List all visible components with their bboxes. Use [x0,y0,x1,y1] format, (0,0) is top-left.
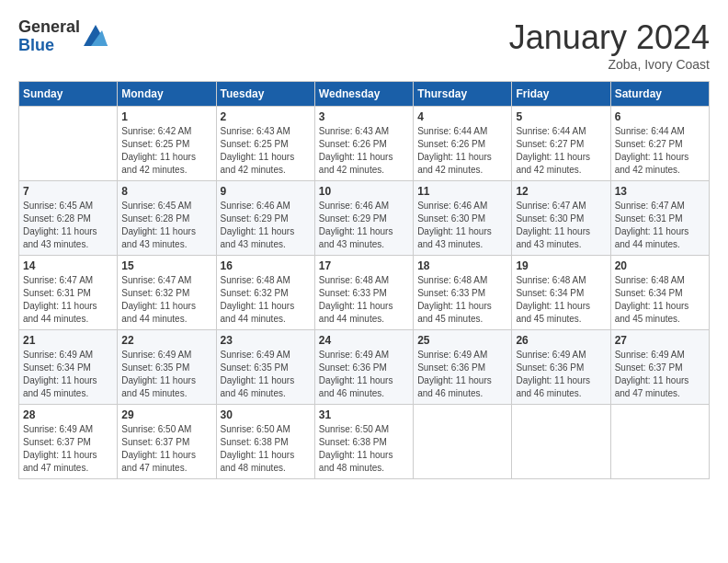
calendar-cell: 28Sunrise: 6:49 AM Sunset: 6:37 PM Dayli… [19,405,118,479]
day-info: Sunrise: 6:48 AM Sunset: 6:33 PM Dayligh… [319,274,409,326]
calendar-cell: 16Sunrise: 6:48 AM Sunset: 6:32 PM Dayli… [216,256,314,330]
day-info: Sunrise: 6:48 AM Sunset: 6:32 PM Dayligh… [221,274,311,326]
day-number: 8 [121,185,211,198]
calendar-cell: 18Sunrise: 6:48 AM Sunset: 6:33 PM Dayli… [414,256,512,330]
day-number: 23 [221,334,311,347]
day-number: 3 [319,110,409,123]
day-number: 17 [319,259,409,272]
day-number: 10 [319,185,409,198]
calendar-week-5: 28Sunrise: 6:49 AM Sunset: 6:37 PM Dayli… [19,405,710,479]
calendar-cell: 25Sunrise: 6:49 AM Sunset: 6:36 PM Dayli… [414,330,512,405]
day-info: Sunrise: 6:49 AM Sunset: 6:35 PM Dayligh… [221,349,311,400]
calendar-cell: 26Sunrise: 6:49 AM Sunset: 6:36 PM Dayli… [512,330,610,405]
day-info: Sunrise: 6:45 AM Sunset: 6:28 PM Dayligh… [121,200,211,251]
calendar-cell: 24Sunrise: 6:49 AM Sunset: 6:36 PM Dayli… [314,330,413,405]
calendar-cell: 6Sunrise: 6:44 AM Sunset: 6:27 PM Daylig… [610,107,709,181]
header-day-monday: Monday [118,82,216,107]
calendar-cell: 20Sunrise: 6:48 AM Sunset: 6:34 PM Dayli… [610,256,709,330]
calendar-week-1: 1Sunrise: 6:42 AM Sunset: 6:25 PM Daylig… [19,107,710,181]
day-info: Sunrise: 6:47 AM Sunset: 6:31 PM Dayligh… [23,274,113,326]
day-info: Sunrise: 6:49 AM Sunset: 6:37 PM Dayligh… [615,349,705,400]
calendar-week-3: 14Sunrise: 6:47 AM Sunset: 6:31 PM Dayli… [19,256,710,330]
day-info: Sunrise: 6:50 AM Sunset: 6:38 PM Dayligh… [319,423,409,475]
day-number: 21 [23,334,113,347]
month-title: January 2024 [509,18,710,57]
calendar-cell [512,405,610,479]
day-number: 18 [417,259,507,272]
day-number: 19 [516,259,606,272]
day-info: Sunrise: 6:48 AM Sunset: 6:33 PM Dayligh… [417,274,507,326]
day-info: Sunrise: 6:46 AM Sunset: 6:29 PM Dayligh… [319,200,409,251]
day-info: Sunrise: 6:50 AM Sunset: 6:38 PM Dayligh… [221,423,311,475]
logo-blue: Blue [18,37,80,55]
calendar-cell: 5Sunrise: 6:44 AM Sunset: 6:27 PM Daylig… [512,107,610,181]
calendar-cell: 13Sunrise: 6:47 AM Sunset: 6:31 PM Dayli… [610,181,709,256]
day-number: 13 [615,185,705,198]
location-subtitle: Zoba, Ivory Coast [509,57,710,72]
day-info: Sunrise: 6:50 AM Sunset: 6:37 PM Dayligh… [121,423,211,475]
header-day-saturday: Saturday [610,82,709,107]
calendar-table: SundayMondayTuesdayWednesdayThursdayFrid… [18,81,710,479]
day-number: 15 [121,259,211,272]
logo-general: General [18,18,80,37]
day-number: 7 [23,185,113,198]
header-day-thursday: Thursday [414,82,512,107]
day-number: 9 [221,185,311,198]
header-row: SundayMondayTuesdayWednesdayThursdayFrid… [19,82,710,107]
day-info: Sunrise: 6:49 AM Sunset: 6:37 PM Dayligh… [23,423,113,475]
calendar-cell [19,107,118,181]
day-info: Sunrise: 6:43 AM Sunset: 6:25 PM Dayligh… [221,125,311,177]
day-number: 31 [319,408,409,421]
calendar-cell: 7Sunrise: 6:45 AM Sunset: 6:28 PM Daylig… [19,181,118,256]
calendar-cell: 31Sunrise: 6:50 AM Sunset: 6:38 PM Dayli… [314,405,413,479]
day-info: Sunrise: 6:42 AM Sunset: 6:25 PM Dayligh… [121,125,211,177]
calendar-cell [610,405,709,479]
calendar-week-2: 7Sunrise: 6:45 AM Sunset: 6:28 PM Daylig… [19,181,710,256]
title-section: January 2024 Zoba, Ivory Coast [509,18,710,72]
day-number: 4 [417,110,507,123]
day-info: Sunrise: 6:44 AM Sunset: 6:27 PM Dayligh… [516,125,606,177]
calendar-week-4: 21Sunrise: 6:49 AM Sunset: 6:34 PM Dayli… [19,330,710,405]
calendar-header: SundayMondayTuesdayWednesdayThursdayFrid… [19,82,710,107]
calendar-cell: 17Sunrise: 6:48 AM Sunset: 6:33 PM Dayli… [314,256,413,330]
calendar-cell: 3Sunrise: 6:43 AM Sunset: 6:26 PM Daylig… [314,107,413,181]
day-info: Sunrise: 6:47 AM Sunset: 6:31 PM Dayligh… [615,200,705,251]
calendar-cell: 10Sunrise: 6:46 AM Sunset: 6:29 PM Dayli… [314,181,413,256]
calendar-cell: 14Sunrise: 6:47 AM Sunset: 6:31 PM Dayli… [19,256,118,330]
calendar-cell [414,405,512,479]
day-info: Sunrise: 6:47 AM Sunset: 6:32 PM Dayligh… [121,274,211,326]
day-info: Sunrise: 6:46 AM Sunset: 6:30 PM Dayligh… [417,200,507,251]
calendar-cell: 30Sunrise: 6:50 AM Sunset: 6:38 PM Dayli… [216,405,314,479]
day-number: 16 [221,259,311,272]
day-info: Sunrise: 6:48 AM Sunset: 6:34 PM Dayligh… [516,274,606,326]
day-info: Sunrise: 6:49 AM Sunset: 6:36 PM Dayligh… [417,349,507,400]
day-number: 2 [221,110,311,123]
calendar-cell: 29Sunrise: 6:50 AM Sunset: 6:37 PM Dayli… [118,405,216,479]
header-day-wednesday: Wednesday [314,82,413,107]
day-info: Sunrise: 6:43 AM Sunset: 6:26 PM Dayligh… [319,125,409,177]
calendar-cell: 11Sunrise: 6:46 AM Sunset: 6:30 PM Dayli… [414,181,512,256]
calendar-cell: 19Sunrise: 6:48 AM Sunset: 6:34 PM Dayli… [512,256,610,330]
day-number: 6 [615,110,705,123]
day-number: 26 [516,334,606,347]
day-info: Sunrise: 6:44 AM Sunset: 6:27 PM Dayligh… [615,125,705,177]
day-number: 12 [516,185,606,198]
calendar-cell: 21Sunrise: 6:49 AM Sunset: 6:34 PM Dayli… [19,330,118,405]
day-number: 25 [417,334,507,347]
day-number: 5 [516,110,606,123]
day-info: Sunrise: 6:49 AM Sunset: 6:36 PM Dayligh… [516,349,606,400]
day-info: Sunrise: 6:46 AM Sunset: 6:29 PM Dayligh… [221,200,311,251]
day-info: Sunrise: 6:45 AM Sunset: 6:28 PM Dayligh… [23,200,113,251]
day-number: 29 [121,408,211,421]
calendar-cell: 12Sunrise: 6:47 AM Sunset: 6:30 PM Dayli… [512,181,610,256]
day-number: 1 [121,110,211,123]
day-number: 20 [615,259,705,272]
calendar-cell: 2Sunrise: 6:43 AM Sunset: 6:25 PM Daylig… [216,107,314,181]
day-info: Sunrise: 6:49 AM Sunset: 6:36 PM Dayligh… [319,349,409,400]
day-number: 28 [23,408,113,421]
logo-icon [82,23,109,51]
calendar-cell: 4Sunrise: 6:44 AM Sunset: 6:26 PM Daylig… [414,107,512,181]
calendar-cell: 8Sunrise: 6:45 AM Sunset: 6:28 PM Daylig… [118,181,216,256]
calendar-cell: 9Sunrise: 6:46 AM Sunset: 6:29 PM Daylig… [216,181,314,256]
calendar-cell: 1Sunrise: 6:42 AM Sunset: 6:25 PM Daylig… [118,107,216,181]
